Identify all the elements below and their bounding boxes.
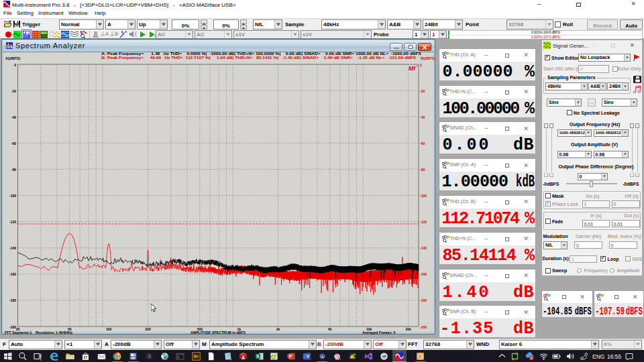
svg-text:P: P	[447, 198, 449, 202]
svg-text:P: P	[548, 294, 551, 298]
svg-text:P: P	[447, 235, 449, 239]
svg-text:P: P	[601, 294, 604, 298]
svg-text:X: X	[256, 354, 260, 359]
svg-text:P: P	[447, 52, 449, 56]
svg-text:P: P	[447, 308, 449, 312]
svg-text:P: P	[447, 88, 449, 93]
svg-text:V: V	[306, 354, 309, 359]
svg-text:P: P	[447, 162, 449, 166]
svg-text:Br: Br	[193, 354, 199, 359]
svg-text:P: P	[288, 354, 292, 359]
svg-text:P: P	[447, 272, 449, 276]
svg-text:P: P	[447, 125, 449, 129]
svg-text:3: 3	[148, 354, 150, 359]
svg-text:A: A	[241, 355, 245, 359]
